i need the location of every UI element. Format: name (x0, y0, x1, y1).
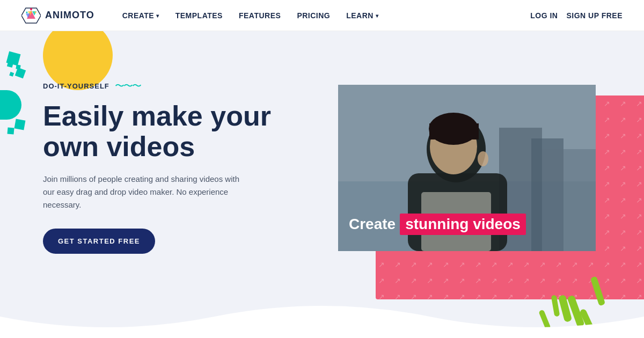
deco-teal-xsmall (7, 127, 14, 134)
nav-item-create[interactable]: CREATE ▾ (116, 7, 166, 24)
video-inner: Create stunning videos (338, 85, 596, 251)
wave-decoration: 〜〜〜 (115, 79, 141, 92)
svg-point-3 (35, 11, 36, 13)
nav-links: CREATE ▾ TEMPLATES FEATURES PRICING LEAR… (116, 7, 531, 24)
navbar: ANIMOTO CREATE ▾ TEMPLATES FEATURES PRIC… (0, 0, 644, 31)
teal-dots (6, 61, 28, 82)
svg-rect-21 (429, 123, 479, 139)
svg-rect-5 (16, 64, 20, 69)
nav-item-learn[interactable]: LEARN ▾ (340, 7, 385, 24)
nav-item-features[interactable]: FEATURES (232, 7, 287, 24)
hero-subtitle: Join millions of people creating and sha… (43, 173, 247, 211)
nav-item-templates[interactable]: TEMPLATES (169, 7, 229, 24)
video-highlight-label: stunning videos (400, 214, 526, 235)
diy-label-row: DO-IT-YOURSELF 〜〜〜 (43, 79, 311, 92)
hero-video[interactable]: Create stunning videos (338, 85, 596, 251)
login-button[interactable]: LOG IN (530, 11, 558, 20)
cta-get-started[interactable]: GET STARTED FREE (43, 229, 155, 254)
svg-point-2 (26, 11, 28, 13)
logo-icon (21, 6, 41, 25)
signup-button[interactable]: SIGN UP FREE (566, 11, 623, 20)
chevron-down-icon: ▾ (156, 13, 159, 19)
deco-teal-shape (0, 90, 21, 120)
nav-item-pricing[interactable]: PRICING (290, 7, 336, 24)
svg-point-18 (478, 151, 488, 166)
diy-label-text: DO-IT-YOURSELF (43, 82, 109, 90)
svg-point-1 (30, 8, 32, 10)
logo[interactable]: ANIMOTO (21, 6, 94, 25)
nav-right: LOG IN SIGN UP FREE (530, 11, 623, 20)
deco-teal-small (14, 119, 26, 130)
chevron-down-icon-2: ▾ (376, 13, 379, 19)
svg-rect-7 (19, 71, 23, 75)
hero-wave (0, 295, 644, 338)
hero-content: DO-IT-YOURSELF 〜〜〜 Easily make your own … (43, 79, 311, 254)
hero-section: ↗ DO-IT-YOURSELF 〜〜〜 Easily make your ow… (0, 31, 644, 338)
video-overlay: Create stunning videos (349, 214, 526, 235)
svg-rect-6 (9, 72, 14, 77)
logo-text: ANIMOTO (45, 10, 94, 21)
hero-title: Easily make your own videos (43, 101, 311, 162)
video-create-label: Create (349, 216, 396, 233)
svg-rect-4 (7, 61, 13, 68)
